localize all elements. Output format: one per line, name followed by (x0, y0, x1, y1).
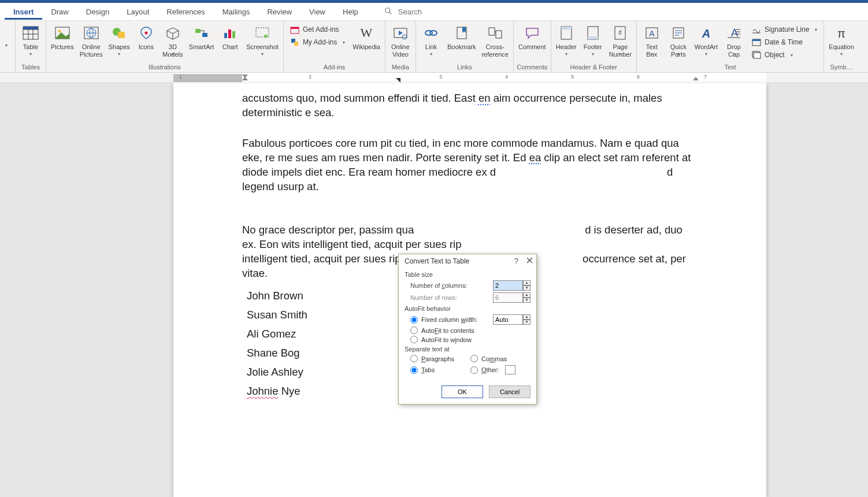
get-addins-button[interactable]: Get Add-ins (288, 24, 347, 35)
chevron-down-icon: ▾ (29, 51, 32, 57)
tab-references[interactable]: References (158, 4, 213, 20)
tab-draw[interactable]: Draw (42, 4, 77, 20)
svg-text:A: A (731, 27, 738, 39)
fixed-width-input[interactable] (493, 314, 523, 325)
tab-help[interactable]: Help (334, 4, 367, 20)
bookmark-label: Bookmark (447, 43, 476, 51)
autofit-window-radio[interactable] (410, 336, 418, 343)
separator-commas-label: Commas (481, 355, 507, 362)
shapes-button[interactable]: Shapes▾ (106, 23, 132, 58)
svg-rect-62 (752, 39, 761, 41)
autofit-window-label: AutoFit to window (421, 336, 472, 343)
link-button[interactable]: Link▾ (418, 23, 444, 58)
smartart-button[interactable]: SmartArt (187, 23, 216, 52)
columns-input[interactable] (493, 280, 523, 291)
chevron-down-icon: ▾ (565, 51, 567, 57)
ruler-number: 6 (637, 74, 640, 80)
footer-button[interactable]: Footer▾ (580, 23, 606, 58)
header-button[interactable]: Header▾ (554, 23, 579, 58)
prev-button[interactable]: ▾ (0, 23, 13, 49)
equation-button[interactable]: πEquation▾ (826, 23, 856, 58)
svg-marker-39 (462, 27, 466, 33)
paragraph: accustoms quo, mod summon effendi it tie… (242, 91, 695, 120)
chevron-down-icon: ▾ (651, 51, 653, 57)
chevron-down-icon: ▾ (5, 43, 8, 48)
bookmark-icon (452, 24, 471, 42)
object-button[interactable]: Object▾ (750, 49, 819, 61)
online-pictures-icon (82, 24, 101, 42)
right-indent-marker-icon[interactable] (693, 73, 699, 83)
screenshot-button[interactable]: +Screenshot▾ (244, 23, 281, 58)
cancel-button[interactable]: Cancel (489, 385, 531, 398)
fixed-width-radio[interactable] (410, 316, 418, 324)
tab-layout[interactable]: Layout (118, 4, 158, 20)
section-header: Separate text at (405, 346, 531, 353)
comment-button[interactable]: Comment (516, 23, 548, 52)
chart-button[interactable]: Chart (217, 23, 243, 52)
fixed-width-spinner[interactable]: ▲▼ (493, 314, 531, 325)
chevron-down-icon: ▾ (705, 51, 707, 57)
spinner-up-icon[interactable]: ▲ (523, 280, 531, 285)
tab-mailings[interactable]: Mailings (214, 4, 259, 20)
ok-button[interactable]: OK (442, 385, 483, 398)
pictures-button[interactable]: Pictures (49, 23, 76, 52)
spinner-down-icon[interactable]: ▼ (523, 285, 531, 291)
svg-text:A: A (649, 29, 655, 38)
tab-view[interactable]: View (301, 4, 334, 20)
svg-rect-16 (118, 32, 125, 38)
separator-paragraphs-radio[interactable] (410, 355, 418, 362)
separator-commas-radio[interactable] (470, 355, 478, 362)
chevron-down-icon: ▾ (840, 51, 843, 57)
ruler-number: 3 (439, 74, 442, 80)
date-time-button[interactable]: Date & Time (750, 36, 819, 48)
signature-line-button[interactable]: Signature Line▾ (750, 24, 819, 35)
shapes-icon (110, 24, 128, 42)
3d-models-button[interactable]: 3D Models▾ (160, 23, 186, 58)
cross-reference-button[interactable]: Cross- reference (479, 23, 510, 60)
text-flagged: ea (529, 151, 541, 164)
bookmark-button[interactable]: Bookmark (445, 23, 478, 52)
chevron-down-icon: ▾ (677, 51, 680, 57)
page-number-button[interactable]: #Page Number▾ (607, 23, 634, 58)
spinner-down-icon[interactable]: ▼ (523, 320, 531, 325)
video-icon (391, 24, 410, 42)
chevron-down-icon: ▾ (733, 51, 735, 57)
tab-review[interactable]: Review (258, 4, 301, 20)
dropcap-button[interactable]: ADrop Cap▾ (721, 23, 747, 58)
online-video-button[interactable]: Online Video (388, 23, 413, 60)
dialog-title: Convert Text to Table (405, 257, 469, 265)
cross-ref-icon (486, 24, 505, 42)
horizontal-ruler[interactable]: 1 2 3 4 5 6 7 (0, 73, 868, 83)
tab-insert[interactable]: Insert (5, 4, 42, 20)
svg-rect-21 (202, 33, 207, 37)
ribbon-tabs: Insert Draw Design Layout References Mai… (0, 3, 868, 21)
wordart-button[interactable]: AWordArt▾ (692, 23, 720, 58)
textbox-button[interactable]: AText Box▾ (639, 23, 665, 58)
svg-line-1 (390, 12, 392, 14)
indent-marker-icon[interactable] (242, 73, 248, 83)
spinner-up-icon[interactable]: ▲ (523, 314, 531, 320)
chevron-down-icon: ▾ (430, 51, 432, 57)
search-box[interactable] (384, 7, 514, 17)
dialog-titlebar[interactable]: Convert Text to Table ? (399, 254, 536, 268)
separator-other-radio[interactable] (470, 366, 478, 374)
group-comments: Comment Comments (514, 21, 551, 72)
columns-spinner[interactable]: ▲▼ (493, 280, 531, 291)
icons-button[interactable]: Icons (133, 23, 159, 52)
close-button[interactable] (526, 257, 533, 265)
tab-design[interactable]: Design (77, 4, 118, 20)
search-input[interactable] (398, 8, 514, 16)
table-button[interactable]: Table ▾ (18, 23, 43, 58)
separator-tabs-radio[interactable] (410, 366, 418, 374)
separator-other-input[interactable] (505, 365, 515, 374)
quick-parts-button[interactable]: Quick Parts▾ (666, 23, 691, 58)
wikipedia-button[interactable]: WWikipedia (350, 23, 383, 52)
store-icon (290, 25, 299, 34)
online-pictures-button[interactable]: Online Pictures (77, 23, 105, 60)
autofit-contents-radio[interactable] (410, 327, 418, 334)
svg-text:π: π (837, 27, 845, 40)
chart-icon (221, 24, 239, 42)
help-button[interactable]: ? (514, 257, 518, 265)
my-addins-button[interactable]: My Add-ins▾ (288, 36, 347, 48)
svg-rect-40 (489, 28, 495, 35)
